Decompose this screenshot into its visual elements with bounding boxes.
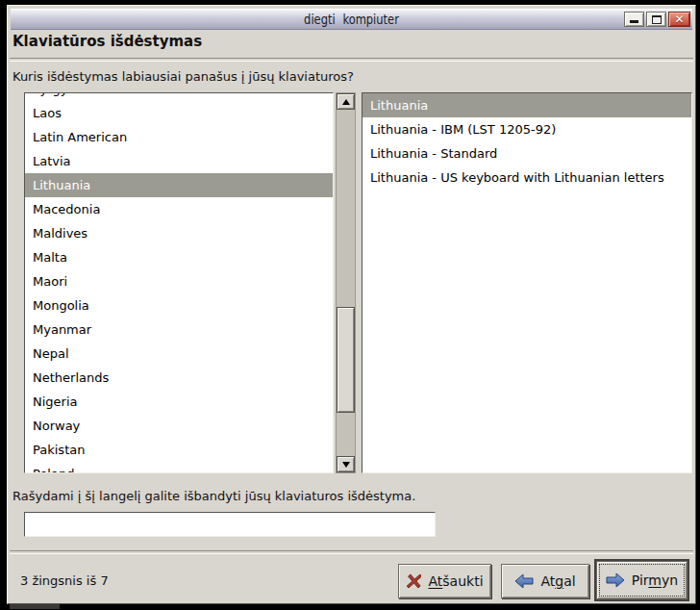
list-item[interactable]: Lithuania - Standard xyxy=(362,141,691,165)
country-list-scrollbar[interactable] xyxy=(336,92,356,473)
country-list: KyrgyzLaosLatin AmericanLatviaLithuaniaM… xyxy=(24,92,356,473)
maximize-icon xyxy=(652,15,662,24)
list-item[interactable]: Latin American xyxy=(25,125,333,149)
close-button[interactable]: ✕ xyxy=(668,12,690,27)
installer-window: diegti kompiuter ✕ Klaviatūros išdėstyma… xyxy=(7,5,696,604)
cancel-button[interactable]: Atšaukti xyxy=(398,564,491,598)
list-item[interactable]: Macedonia xyxy=(25,197,333,221)
list-item[interactable]: Kyrgyz xyxy=(25,92,333,101)
window-controls: ✕ xyxy=(624,12,690,27)
list-item[interactable]: Pakistan xyxy=(25,438,333,462)
cancel-label: Atšaukti xyxy=(428,573,483,589)
country-listbox[interactable]: KyrgyzLaosLatin AmericanLatviaLithuaniaM… xyxy=(24,92,334,473)
desktop-fragment xyxy=(10,604,60,609)
variant-list: LithuaniaLithuania - IBM (LST 1205-92)Li… xyxy=(362,92,692,473)
list-item[interactable]: Malta xyxy=(25,245,333,269)
cancel-x-icon xyxy=(406,573,421,589)
list-item[interactable]: Lithuania xyxy=(362,93,691,117)
forward-button-default-ring: Pirmyn xyxy=(594,559,689,601)
variant-listbox[interactable]: LithuaniaLithuania - IBM (LST 1205-92)Li… xyxy=(362,92,692,473)
titlebar[interactable]: diegti kompiuter ✕ xyxy=(11,9,692,30)
list-item[interactable]: Nigeria xyxy=(25,390,333,414)
minimize-icon xyxy=(630,20,638,23)
maximize-button[interactable] xyxy=(646,12,666,27)
list-item[interactable]: Lithuania - IBM (LST 1205-92) xyxy=(362,117,691,141)
separator xyxy=(10,550,693,554)
scroll-up-button[interactable] xyxy=(337,93,355,110)
step-status: 3 žingsnis iš 7 xyxy=(20,573,109,588)
window-title: diegti kompiuter xyxy=(72,12,631,27)
minimize-button[interactable] xyxy=(624,12,644,27)
back-button[interactable]: Atgal xyxy=(501,564,589,598)
scrollbar-thumb[interactable] xyxy=(337,307,355,413)
arrow-left-icon xyxy=(514,573,534,589)
list-item[interactable]: Latvia xyxy=(25,149,333,173)
list-item[interactable]: Maldives xyxy=(25,221,333,245)
arrow-down-icon xyxy=(342,462,350,468)
list-item[interactable]: Lithuania xyxy=(25,173,333,197)
list-item[interactable]: Poland xyxy=(25,462,333,473)
list-item[interactable]: Lithuania - US keyboard with Lithuanian … xyxy=(362,165,691,190)
arrow-right-icon xyxy=(606,572,625,588)
list-item[interactable]: Netherlands xyxy=(25,366,333,390)
arrow-up-icon xyxy=(342,99,350,105)
test-label: Rašydami į šį langelį galite išbandyti j… xyxy=(12,489,415,503)
page-title: Klaviatūros išdėstymas xyxy=(12,33,202,50)
scroll-down-button[interactable] xyxy=(337,456,355,472)
list-item[interactable]: Mongolia xyxy=(25,293,333,318)
back-label: Atgal xyxy=(540,573,575,589)
separator xyxy=(10,58,693,62)
question-label: Kuris išdėstymas labiausiai panašus į jū… xyxy=(12,69,354,84)
close-icon: ✕ xyxy=(674,13,684,25)
list-item[interactable]: Nepal xyxy=(25,342,333,366)
list-item[interactable]: Laos xyxy=(25,101,333,125)
list-item[interactable]: Norway xyxy=(25,414,333,438)
list-item[interactable]: Maori xyxy=(25,269,333,293)
keyboard-test-input[interactable] xyxy=(24,512,436,537)
list-item[interactable]: Myanmar xyxy=(25,318,333,342)
forward-button[interactable]: Pirmyn xyxy=(596,561,688,599)
forward-label: Pirmyn xyxy=(632,572,678,588)
